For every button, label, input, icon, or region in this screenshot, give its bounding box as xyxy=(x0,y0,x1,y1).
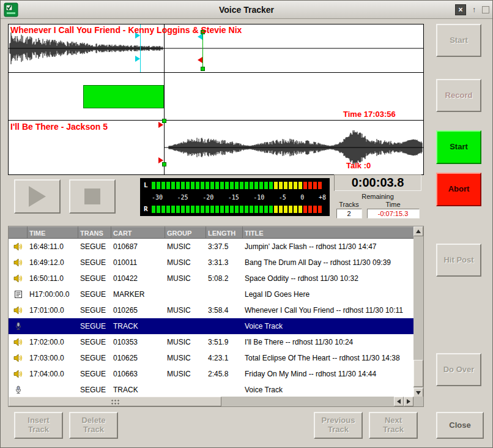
titlebar[interactable]: Voice Tracker × ↑ xyxy=(1,1,492,19)
scroll-up-button[interactable] xyxy=(413,226,423,236)
track2-start-handle[interactable] xyxy=(162,162,166,166)
remaining-panel: Remaining Tracks 2 Time -0:07:15.3 xyxy=(334,193,421,218)
header-group[interactable]: GROUP xyxy=(165,226,206,239)
hit-post-button[interactable]: Hit Post xyxy=(436,244,481,277)
meter-segment xyxy=(215,182,219,189)
meter-segment xyxy=(166,182,170,189)
table-row[interactable]: 16:49:12.0SEGUE010011MUSIC3:31.3Bang The… xyxy=(9,255,413,271)
meter-segment xyxy=(303,182,307,189)
meter-segment xyxy=(308,182,312,189)
do-over-button[interactable]: Do Over xyxy=(436,353,481,386)
table-row[interactable]: SEGUETRACKVoice Track xyxy=(9,318,413,334)
start-track2-button[interactable]: Start xyxy=(436,130,481,164)
speaker-icon xyxy=(9,354,28,362)
meter-scale-tick: +8 xyxy=(319,194,326,201)
header-time[interactable]: TIME xyxy=(28,226,78,239)
header-length[interactable]: LENGTH xyxy=(206,226,243,239)
table-row[interactable]: 16:50:11.0SEGUE010422MUSIC5:08.2Space Od… xyxy=(9,271,413,286)
meter-segment xyxy=(201,206,204,213)
meter-segment xyxy=(210,206,214,213)
meter-segment xyxy=(206,206,209,213)
meter-segment xyxy=(294,182,297,189)
close-window-icon[interactable]: × xyxy=(455,4,466,15)
table-row[interactable]: H17:00:00.0SEGUEMARKERLegal ID Goes Here xyxy=(9,286,413,302)
audio-meter: L -30-25-20-15-10-50+8 R xyxy=(140,178,330,216)
cell-trans: SEGUE xyxy=(78,306,111,315)
meter-segment xyxy=(225,182,229,189)
meter-segment xyxy=(171,182,175,189)
next-track-button[interactable]: Next Track xyxy=(369,412,418,439)
delete-track-button[interactable]: Delete Track xyxy=(69,412,118,439)
cell-cart: TRACK xyxy=(111,322,165,330)
header-cart[interactable]: CART xyxy=(111,226,165,239)
horizontal-scroll-thumb[interactable] xyxy=(9,397,221,406)
table-row[interactable]: 17:04:00.0SEGUE010663MUSIC2:45.8Friday O… xyxy=(9,366,413,382)
meter-segment xyxy=(191,206,195,213)
cell-cart: TRACK xyxy=(111,386,165,394)
meter-segment xyxy=(289,182,292,189)
meter-segment xyxy=(215,206,219,213)
record-button[interactable]: Record xyxy=(436,79,481,112)
vertical-scroll-thumb[interactable] xyxy=(413,360,423,387)
cell-cart: 010422 xyxy=(111,274,165,283)
meter-segment xyxy=(264,182,268,189)
meter-left-label: L xyxy=(144,181,152,189)
meter-segment xyxy=(240,182,243,189)
meter-segment xyxy=(289,206,292,213)
cell-group: MUSIC xyxy=(165,370,206,378)
horizontal-scrollbar[interactable] xyxy=(9,397,413,406)
right-arrow-icon xyxy=(407,399,410,404)
header-trans[interactable]: TRANS xyxy=(78,226,111,239)
elapsed-time-display: 0:00:03.8 xyxy=(334,174,421,191)
meter-segment xyxy=(250,206,253,213)
segue-marker-line[interactable] xyxy=(202,31,203,70)
track2-start-handle[interactable] xyxy=(162,119,166,123)
meter-segment xyxy=(181,206,185,213)
segue-marker-handle[interactable] xyxy=(201,67,205,71)
play-button[interactable] xyxy=(14,179,61,214)
table-row[interactable]: 16:48:11.0SEGUE010687MUSIC3:37.5Jumpin' … xyxy=(9,239,413,255)
cell-trans: SEGUE xyxy=(78,274,111,283)
close-button[interactable]: Close xyxy=(436,412,484,439)
meter-segment xyxy=(298,182,302,189)
stop-button[interactable] xyxy=(69,179,116,214)
table-row[interactable]: 17:02:00.0SEGUE010353MUSIC3:51.9I'll Be … xyxy=(9,334,413,350)
maximize-window-icon[interactable]: ↑ xyxy=(469,4,480,15)
scroll-right-button[interactable] xyxy=(404,397,413,406)
cell-length: 2:45.8 xyxy=(206,370,243,378)
speaker-icon xyxy=(9,370,28,378)
previous-track-button[interactable]: Previous Track xyxy=(314,412,363,439)
abort-button[interactable]: Abort xyxy=(436,173,481,206)
cell-title: Friday On My Mind -- rdhost 11/30 14:44 xyxy=(243,370,413,378)
voicetrack-region[interactable] xyxy=(83,85,164,108)
meter-segment xyxy=(230,182,234,189)
start-track1-button[interactable]: Start xyxy=(436,24,481,57)
meter-segment xyxy=(318,206,322,213)
scroll-left-button[interactable] xyxy=(394,397,404,406)
scroll-grip-icon xyxy=(110,398,120,405)
meter-scale-tick: 0 xyxy=(300,194,304,201)
meter-scale-tick: -20 xyxy=(202,194,213,201)
shade-window-icon[interactable] xyxy=(482,6,489,13)
speaker-icon xyxy=(9,274,28,283)
table-row[interactable]: SEGUETRACKVoice Track xyxy=(9,382,413,397)
meter-segment xyxy=(181,182,185,189)
cell-trans: SEGUE xyxy=(78,290,111,299)
cell-cart: 010265 xyxy=(111,306,165,315)
meter-right-label: R xyxy=(144,205,152,213)
segue-marker-handle[interactable] xyxy=(198,57,202,63)
vertical-scrollbar[interactable] xyxy=(413,226,423,398)
cell-trans: SEGUE xyxy=(78,338,111,346)
insert-track-button[interactable]: Insert Track xyxy=(14,412,63,439)
table-row[interactable]: 17:01:00.0SEGUE010265MUSIC3:58.4Whenever… xyxy=(9,302,413,318)
meter-scale-tick: -5 xyxy=(279,194,286,201)
track2-start-marker[interactable] xyxy=(164,24,165,174)
header-title[interactable]: TITLE xyxy=(243,226,413,239)
header-icon-column[interactable] xyxy=(9,226,28,239)
meter-segment xyxy=(250,182,253,189)
fade-marker-handle[interactable] xyxy=(135,56,140,62)
table-row[interactable]: 17:03:00.0SEGUE010625MUSIC4:23.1Total Ec… xyxy=(9,350,413,366)
cell-length: 4:23.1 xyxy=(206,354,243,362)
meter-segment xyxy=(245,182,248,189)
meter-segment xyxy=(225,206,229,213)
